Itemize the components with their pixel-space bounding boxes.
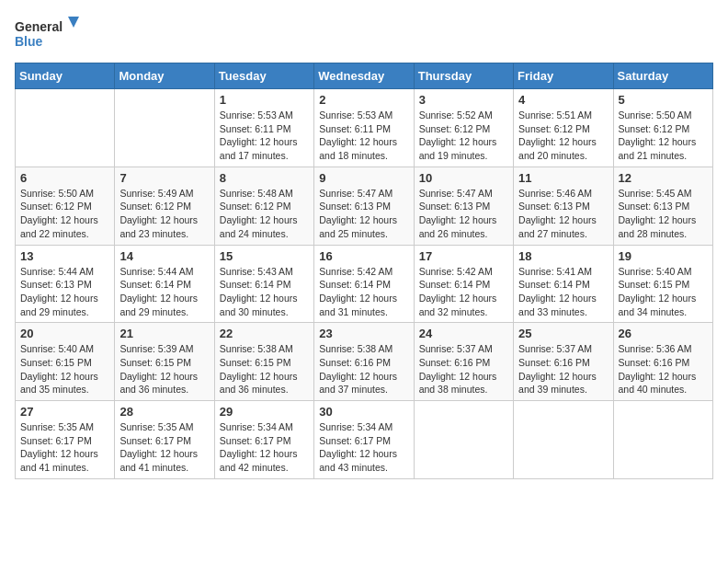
- calendar-cell: 30Sunrise: 5:34 AM Sunset: 6:17 PM Dayli…: [314, 401, 414, 479]
- calendar-cell: [613, 401, 712, 479]
- logo: General Blue: [15, 15, 79, 55]
- weekday-header-monday: Monday: [115, 63, 214, 89]
- weekday-header-row: SundayMondayTuesdayWednesdayThursdayFrid…: [16, 63, 713, 89]
- day-number: 14: [119, 249, 209, 263]
- day-info: Sunrise: 5:40 AM Sunset: 6:15 PM Dayligh…: [20, 342, 109, 396]
- day-number: 20: [20, 327, 109, 340]
- calendar-cell: 12Sunrise: 5:45 AM Sunset: 6:13 PM Dayli…: [613, 167, 712, 245]
- day-number: 7: [119, 171, 209, 185]
- day-info: Sunrise: 5:36 AM Sunset: 6:16 PM Dayligh…: [619, 342, 708, 396]
- calendar-cell: 17Sunrise: 5:42 AM Sunset: 6:14 PM Dayli…: [414, 245, 513, 323]
- day-info: Sunrise: 5:43 AM Sunset: 6:14 PM Dayligh…: [220, 265, 309, 319]
- weekday-header-thursday: Thursday: [414, 63, 513, 89]
- day-info: Sunrise: 5:38 AM Sunset: 6:15 PM Dayligh…: [220, 342, 309, 396]
- calendar-cell: 16Sunrise: 5:42 AM Sunset: 6:14 PM Dayli…: [314, 245, 414, 323]
- day-number: 22: [220, 327, 309, 340]
- day-info: Sunrise: 5:37 AM Sunset: 6:16 PM Dayligh…: [518, 342, 608, 396]
- calendar-cell: [16, 89, 115, 167]
- calendar-cell: [414, 401, 513, 479]
- calendar-cell: 13Sunrise: 5:44 AM Sunset: 6:13 PM Dayli…: [16, 245, 115, 323]
- logo-svg: General Blue: [15, 15, 79, 55]
- calendar-cell: 8Sunrise: 5:48 AM Sunset: 6:12 PM Daylig…: [214, 167, 313, 245]
- day-number: 10: [419, 171, 508, 185]
- day-number: 3: [419, 93, 508, 107]
- day-info: Sunrise: 5:41 AM Sunset: 6:14 PM Dayligh…: [518, 265, 608, 319]
- day-info: Sunrise: 5:52 AM Sunset: 6:12 PM Dayligh…: [419, 109, 508, 163]
- calendar-cell: 18Sunrise: 5:41 AM Sunset: 6:14 PM Dayli…: [514, 245, 613, 323]
- day-number: 6: [20, 171, 109, 185]
- calendar-cell: 10Sunrise: 5:47 AM Sunset: 6:13 PM Dayli…: [414, 167, 513, 245]
- calendar-week-row: 13Sunrise: 5:44 AM Sunset: 6:13 PM Dayli…: [16, 245, 713, 323]
- calendar-cell: 26Sunrise: 5:36 AM Sunset: 6:16 PM Dayli…: [613, 323, 712, 401]
- day-info: Sunrise: 5:40 AM Sunset: 6:15 PM Dayligh…: [619, 265, 708, 319]
- calendar-week-row: 27Sunrise: 5:35 AM Sunset: 6:17 PM Dayli…: [16, 401, 713, 479]
- day-info: Sunrise: 5:35 AM Sunset: 6:17 PM Dayligh…: [119, 420, 209, 475]
- day-info: Sunrise: 5:47 AM Sunset: 6:13 PM Dayligh…: [319, 187, 408, 241]
- day-number: 26: [619, 327, 708, 340]
- calendar-table: SundayMondayTuesdayWednesdayThursdayFrid…: [15, 63, 713, 479]
- calendar-cell: 5Sunrise: 5:50 AM Sunset: 6:12 PM Daylig…: [613, 89, 712, 167]
- day-number: 15: [220, 249, 309, 263]
- calendar-cell: 21Sunrise: 5:39 AM Sunset: 6:15 PM Dayli…: [115, 323, 214, 401]
- day-info: Sunrise: 5:45 AM Sunset: 6:13 PM Dayligh…: [619, 187, 708, 241]
- calendar-week-row: 6Sunrise: 5:50 AM Sunset: 6:12 PM Daylig…: [16, 167, 713, 245]
- day-info: Sunrise: 5:50 AM Sunset: 6:12 PM Dayligh…: [20, 187, 109, 241]
- svg-marker-2: [68, 17, 79, 28]
- day-info: Sunrise: 5:42 AM Sunset: 6:14 PM Dayligh…: [319, 265, 408, 319]
- calendar-cell: 28Sunrise: 5:35 AM Sunset: 6:17 PM Dayli…: [115, 401, 214, 479]
- day-number: 17: [419, 249, 508, 263]
- weekday-header-friday: Friday: [514, 63, 613, 89]
- day-info: Sunrise: 5:53 AM Sunset: 6:11 PM Dayligh…: [220, 109, 309, 163]
- day-info: Sunrise: 5:44 AM Sunset: 6:14 PM Dayligh…: [119, 265, 209, 319]
- day-info: Sunrise: 5:49 AM Sunset: 6:12 PM Dayligh…: [119, 187, 209, 241]
- day-info: Sunrise: 5:39 AM Sunset: 6:15 PM Dayligh…: [119, 342, 209, 396]
- weekday-header-sunday: Sunday: [16, 63, 115, 89]
- day-number: 9: [319, 171, 408, 185]
- calendar-cell: 1Sunrise: 5:53 AM Sunset: 6:11 PM Daylig…: [214, 89, 313, 167]
- calendar-cell: [514, 401, 613, 479]
- calendar-cell: 3Sunrise: 5:52 AM Sunset: 6:12 PM Daylig…: [414, 89, 513, 167]
- calendar-cell: 2Sunrise: 5:53 AM Sunset: 6:11 PM Daylig…: [314, 89, 414, 167]
- calendar-week-row: 20Sunrise: 5:40 AM Sunset: 6:15 PM Dayli…: [16, 323, 713, 401]
- calendar-cell: 15Sunrise: 5:43 AM Sunset: 6:14 PM Dayli…: [214, 245, 313, 323]
- day-info: Sunrise: 5:42 AM Sunset: 6:14 PM Dayligh…: [419, 265, 508, 319]
- day-number: 13: [20, 249, 109, 263]
- day-number: 23: [319, 327, 408, 340]
- day-info: Sunrise: 5:51 AM Sunset: 6:12 PM Dayligh…: [518, 109, 608, 163]
- calendar-cell: 25Sunrise: 5:37 AM Sunset: 6:16 PM Dayli…: [514, 323, 613, 401]
- day-info: Sunrise: 5:37 AM Sunset: 6:16 PM Dayligh…: [419, 342, 508, 396]
- weekday-header-wednesday: Wednesday: [314, 63, 414, 89]
- day-info: Sunrise: 5:35 AM Sunset: 6:17 PM Dayligh…: [20, 420, 109, 475]
- calendar-cell: 22Sunrise: 5:38 AM Sunset: 6:15 PM Dayli…: [214, 323, 313, 401]
- calendar-cell: 19Sunrise: 5:40 AM Sunset: 6:15 PM Dayli…: [613, 245, 712, 323]
- day-number: 16: [319, 249, 408, 263]
- day-info: Sunrise: 5:46 AM Sunset: 6:13 PM Dayligh…: [518, 187, 608, 241]
- day-number: 1: [220, 93, 309, 107]
- day-number: 21: [119, 327, 209, 340]
- day-number: 25: [518, 327, 608, 340]
- svg-text:General: General: [15, 19, 63, 34]
- day-info: Sunrise: 5:48 AM Sunset: 6:12 PM Dayligh…: [220, 187, 309, 241]
- calendar-cell: 24Sunrise: 5:37 AM Sunset: 6:16 PM Dayli…: [414, 323, 513, 401]
- day-number: 2: [319, 93, 408, 107]
- day-number: 28: [119, 405, 209, 419]
- day-number: 27: [20, 405, 109, 419]
- weekday-header-tuesday: Tuesday: [214, 63, 313, 89]
- calendar-cell: 9Sunrise: 5:47 AM Sunset: 6:13 PM Daylig…: [314, 167, 414, 245]
- header: General Blue: [15, 15, 713, 55]
- day-number: 24: [419, 327, 508, 340]
- day-number: 19: [619, 249, 708, 263]
- day-info: Sunrise: 5:47 AM Sunset: 6:13 PM Dayligh…: [419, 187, 508, 241]
- day-info: Sunrise: 5:34 AM Sunset: 6:17 PM Dayligh…: [319, 420, 408, 475]
- day-number: 30: [319, 405, 408, 419]
- day-number: 29: [220, 405, 309, 419]
- calendar-cell: 27Sunrise: 5:35 AM Sunset: 6:17 PM Dayli…: [16, 401, 115, 479]
- day-info: Sunrise: 5:34 AM Sunset: 6:17 PM Dayligh…: [220, 420, 309, 475]
- calendar-cell: 23Sunrise: 5:38 AM Sunset: 6:16 PM Dayli…: [314, 323, 414, 401]
- day-number: 18: [518, 249, 608, 263]
- day-number: 11: [518, 171, 608, 185]
- calendar-cell: 4Sunrise: 5:51 AM Sunset: 6:12 PM Daylig…: [514, 89, 613, 167]
- calendar-cell: 29Sunrise: 5:34 AM Sunset: 6:17 PM Dayli…: [214, 401, 313, 479]
- weekday-header-saturday: Saturday: [613, 63, 712, 89]
- calendar-cell: 20Sunrise: 5:40 AM Sunset: 6:15 PM Dayli…: [16, 323, 115, 401]
